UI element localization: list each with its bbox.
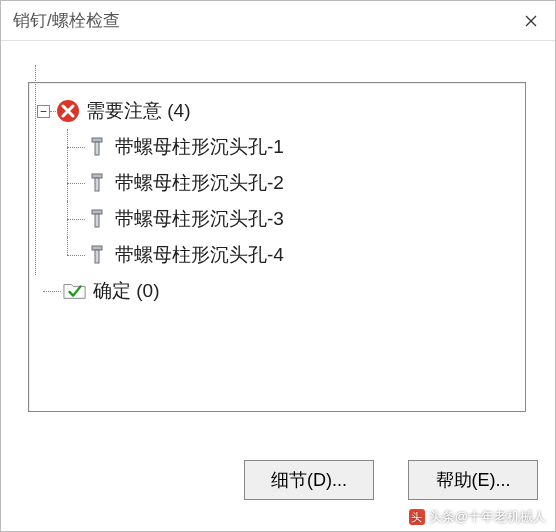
svg-rect-11: [92, 246, 102, 250]
svg-rect-6: [95, 142, 99, 155]
error-icon: [56, 99, 80, 123]
close-button[interactable]: [507, 1, 555, 41]
tree-node-bolt[interactable]: 带螺母柱形沉头孔-2: [37, 165, 517, 201]
result-tree: − 需要注意 (4): [37, 93, 517, 309]
bolt-icon: [85, 135, 109, 159]
svg-rect-8: [95, 178, 99, 191]
watermark-icon: 头: [409, 509, 425, 525]
tree-node-attention[interactable]: − 需要注意 (4): [37, 93, 517, 129]
watermark: 头 头条@十年老机械人: [409, 508, 546, 526]
svg-rect-10: [95, 214, 99, 227]
close-icon: [525, 15, 537, 27]
bolt-icon: [85, 243, 109, 267]
button-bar: 细节(D)... 帮助(E)...: [0, 460, 538, 500]
window-title: 销钉/螺栓检查: [13, 9, 120, 32]
node-label: 带螺母柱形沉头孔-1: [115, 134, 284, 160]
tree-node-bolt[interactable]: 带螺母柱形沉头孔-3: [37, 201, 517, 237]
svg-rect-5: [92, 138, 102, 142]
svg-rect-9: [92, 210, 102, 214]
expander-minus-icon[interactable]: −: [37, 105, 50, 118]
detail-button[interactable]: 细节(D)...: [244, 460, 374, 500]
tree-node-ok[interactable]: 确定 (0): [37, 273, 517, 309]
node-label: 带螺母柱形沉头孔-4: [115, 242, 284, 268]
node-label: 确定 (0): [93, 278, 160, 304]
help-button[interactable]: 帮助(E)...: [408, 460, 538, 500]
titlebar: 销钉/螺栓检查: [1, 1, 555, 41]
attention-children: 带螺母柱形沉头孔-1 带螺母柱形沉头孔-2: [37, 129, 517, 273]
tree-node-bolt[interactable]: 带螺母柱形沉头孔-4: [37, 237, 517, 273]
folder-ok-icon: [63, 279, 87, 303]
svg-rect-7: [92, 174, 102, 178]
bolt-icon: [85, 171, 109, 195]
svg-rect-12: [95, 250, 99, 263]
tree-panel: − 需要注意 (4): [28, 82, 526, 412]
watermark-text: 头条@十年老机械人: [429, 508, 546, 526]
bolt-icon: [85, 207, 109, 231]
node-label: 需要注意 (4): [86, 98, 191, 124]
node-label: 带螺母柱形沉头孔-3: [115, 206, 284, 232]
node-label: 带螺母柱形沉头孔-2: [115, 170, 284, 196]
tree-node-bolt[interactable]: 带螺母柱形沉头孔-1: [37, 129, 517, 165]
